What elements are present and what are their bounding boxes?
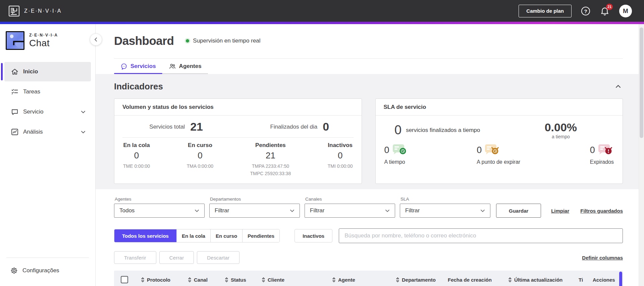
sidebar-item-tareas[interactable]: Tareas xyxy=(4,82,91,101)
help-icon: ? xyxy=(581,6,590,16)
zenvia-logo-icon xyxy=(8,5,20,17)
departments-filter-select[interactable]: Filtrar xyxy=(209,204,300,218)
live-status-label: Supervisión en tiempo real xyxy=(193,38,260,44)
chevron-left-icon xyxy=(93,37,99,42)
change-plan-button[interactable]: Cambio de plan xyxy=(519,5,572,17)
column-header-protocolo[interactable]: Protocolo xyxy=(141,277,188,283)
sidebar-item-label: Inicio xyxy=(23,68,38,75)
column-header-status[interactable]: Status xyxy=(225,277,262,283)
search-input[interactable] xyxy=(339,228,623,243)
live-status: Supervisión en tiempo real xyxy=(186,38,260,44)
sort-icon xyxy=(188,277,192,283)
sidebar-collapse-button[interactable] xyxy=(90,33,102,46)
status-tab-inactivos[interactable]: Inactivos xyxy=(294,229,332,242)
live-dot-icon xyxy=(186,39,189,43)
page-title: Dashboard xyxy=(114,34,174,48)
chevron-down-icon xyxy=(80,129,86,135)
status-tab-en-curso[interactable]: En curso xyxy=(210,229,242,242)
clear-filters-link[interactable]: Limpiar xyxy=(551,208,569,214)
sla-finished-label: servicios finalizados a tiempo xyxy=(406,127,480,134)
status-tab-en-la-cola[interactable]: En la cola xyxy=(176,229,210,242)
notification-badge: 21 xyxy=(606,4,613,10)
sidebar-item-analisis[interactable]: Análisis xyxy=(4,122,91,142)
select-all-cell xyxy=(114,276,141,283)
sla-item-on-time: 0 A tiempo xyxy=(384,143,407,165)
indicators-section: Indicadores Volumen y status de los serv… xyxy=(96,74,644,189)
tab-servicios[interactable]: Servicios xyxy=(114,59,162,74)
sidebar-divider xyxy=(6,258,89,258)
column-header-ti[interactable]: Ti xyxy=(579,277,593,283)
card-title: Volumen y status de los servicios xyxy=(114,99,362,116)
status-tab-pendientes[interactable]: Pendientes xyxy=(242,229,279,242)
saved-filters-link[interactable]: Filtros guardados xyxy=(580,208,623,214)
services-table: Protocolo Canal Status Cliente Agente xyxy=(114,271,623,286)
chevron-down-icon xyxy=(480,208,485,213)
filter-label-agentes: Agentes xyxy=(115,197,205,202)
column-header-canal[interactable]: Canal xyxy=(188,277,225,283)
column-header-acciones: Acciones xyxy=(593,277,623,283)
sla-percent-label: a tiempo xyxy=(499,134,623,139)
sidebar-item-inicio[interactable]: Inicio xyxy=(4,62,91,81)
stat-pendientes: Pendientes 21 TMPA 2233:47:50 TMPC 25920… xyxy=(250,142,291,177)
card-title: SLA de servicio xyxy=(376,99,623,116)
home-icon xyxy=(11,68,19,76)
save-filter-button[interactable]: Guardar xyxy=(496,204,541,218)
column-header-cliente[interactable]: Cliente xyxy=(262,277,332,283)
sla-filter-select[interactable]: Filtrar xyxy=(400,204,490,218)
stat-inactivos: Inactivos 0 TMI 0:00:00 xyxy=(328,142,353,177)
transfer-button[interactable]: Transferir xyxy=(114,251,156,264)
select-all-checkbox[interactable] xyxy=(121,276,128,283)
people-icon xyxy=(169,63,176,70)
logo-brand-text: Z·E·N·V·I·A xyxy=(29,33,58,38)
sort-icon xyxy=(332,277,336,283)
logo-product-text: Chat xyxy=(29,38,58,49)
main-tabs: Servicios Agentes xyxy=(114,59,623,74)
sidebar-item-label: Configurações xyxy=(22,267,59,274)
stat-en-curso: En curso 0 TMA 0:00:00 xyxy=(187,142,213,177)
column-header-departamento[interactable]: Departamento xyxy=(396,277,448,283)
table-scrollbar-thumb[interactable] xyxy=(619,272,622,286)
sort-icon xyxy=(225,277,228,283)
stat-en-la-cola: En la cola 0 TME 0:00:00 xyxy=(123,142,150,177)
status-filter-row: Todos los servicios En la cola En curso … xyxy=(114,228,623,243)
filters-row: Agentes Todos Departamentos Filtrar Cana… xyxy=(114,197,623,218)
channels-filter-select[interactable]: Filtrar xyxy=(305,204,395,218)
sla-percent-value: 0.00% xyxy=(499,121,623,134)
define-columns-link[interactable]: Definir columnas xyxy=(582,255,623,261)
gear-icon xyxy=(10,267,18,275)
sidebar: Z·E·N·V·I·A Chat Inicio Tareas xyxy=(0,24,96,286)
chevron-down-icon xyxy=(289,208,295,213)
sort-icon xyxy=(262,277,265,283)
zenvia-chat-logo-icon xyxy=(6,31,24,50)
column-header-fecha-creacion[interactable]: Fecha de creación xyxy=(448,277,508,283)
finished-today-value: 0 xyxy=(323,120,329,133)
sidebar-menu: Inicio Tareas Servicio xyxy=(0,62,95,142)
page-scrollbar-thumb[interactable] xyxy=(640,27,643,138)
discard-button[interactable]: Descartar xyxy=(197,251,239,264)
chat-bubble-icon xyxy=(11,108,19,116)
notifications-button[interactable]: 21 xyxy=(600,6,610,16)
services-total-value: 21 xyxy=(190,120,203,133)
sidebar-item-servicio[interactable]: Servicio xyxy=(4,102,91,122)
collapse-indicators-button[interactable] xyxy=(613,82,623,91)
sidebar-item-label: Tareas xyxy=(23,88,40,95)
chat-tab-icon xyxy=(120,63,127,70)
brand-name: Z·E·N·V·I·A xyxy=(24,8,62,14)
tab-agentes[interactable]: Agentes xyxy=(162,59,208,74)
tab-label: Servicios xyxy=(130,63,156,70)
help-button[interactable]: ? xyxy=(581,6,590,16)
chevron-down-icon xyxy=(194,208,200,213)
column-header-agente[interactable]: Agente xyxy=(332,277,396,283)
table-header-row: Protocolo Canal Status Cliente Agente xyxy=(114,271,623,286)
sidebar-item-label: Análisis xyxy=(23,129,43,135)
avatar[interactable]: M xyxy=(619,5,632,17)
status-segmented-control: Todos los servicios En la cola En curso … xyxy=(114,229,280,242)
close-button[interactable]: Cerrar xyxy=(159,251,194,264)
brand-gradient-bar xyxy=(0,22,644,24)
filter-label-departamentos: Departamentos xyxy=(210,197,300,202)
column-header-ultima-actualizacion[interactable]: Última actualización xyxy=(508,277,579,283)
agents-filter-select[interactable]: Todos xyxy=(114,204,205,218)
status-tab-todos[interactable]: Todos los servicios xyxy=(114,229,176,242)
sidebar-item-configuracoes[interactable]: Configurações xyxy=(0,263,95,278)
sort-icon xyxy=(396,277,399,283)
